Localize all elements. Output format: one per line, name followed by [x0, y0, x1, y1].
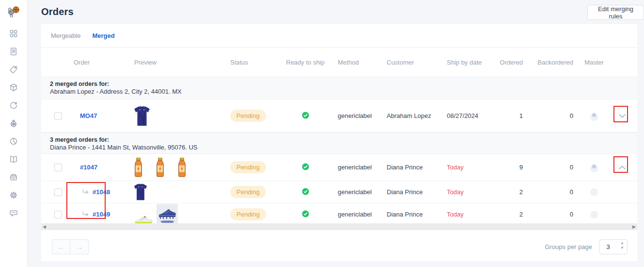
- col-ordered: Ordered: [487, 59, 526, 66]
- product-image-cleat-blue: [157, 204, 178, 225]
- backordered-cell: 0: [526, 164, 577, 171]
- col-method: Method: [332, 59, 376, 66]
- group-count-label: 2 merged orders for:: [50, 80, 628, 88]
- order-row-1049[interactable]: #1049 Pending genericlabel Diana Princ: [41, 203, 637, 226]
- stepper-down-icon[interactable]: ▼: [620, 246, 624, 250]
- previous-page-button[interactable]: ←: [52, 239, 70, 254]
- next-page-button[interactable]: →: [70, 239, 89, 254]
- ship-by-cell: Today: [431, 211, 487, 218]
- backordered-cell: 0: [526, 188, 577, 196]
- ordered-cell: 9: [487, 164, 526, 171]
- ready-to-ship-icon: [302, 163, 309, 170]
- table-footer: ← → Groups per page ▲ ▼: [41, 230, 637, 261]
- pager: ← →: [52, 239, 89, 254]
- app-logo[interactable]: [6, 6, 21, 18]
- col-ready: Ready to ship: [279, 59, 332, 66]
- preview-cell: [119, 105, 211, 127]
- ordered-cell: 1: [487, 112, 526, 119]
- order-row-1048[interactable]: #1048 Pending genericlabel Diana Prince …: [41, 181, 637, 203]
- master-radio[interactable]: [590, 113, 598, 121]
- row-checkbox[interactable]: [54, 164, 62, 171]
- ship-by-cell: Today: [431, 164, 487, 171]
- collapse-group-button[interactable]: [617, 164, 628, 171]
- master-radio[interactable]: [590, 165, 598, 172]
- dashboard-grid-icon[interactable]: [9, 29, 18, 38]
- stepper-up-icon[interactable]: ▲: [620, 241, 624, 245]
- ordered-cell: 2: [487, 188, 526, 196]
- kits-whistle-icon[interactable]: [9, 119, 18, 128]
- product-image-jersey: [133, 105, 151, 127]
- horizontal-scrollbar[interactable]: ◀ ▶: [41, 223, 637, 230]
- orders-card: Mergeable Merged Order Preview Status Re…: [41, 24, 637, 261]
- order-row-1047[interactable]: #1047 Pending g: [41, 154, 637, 181]
- expand-group-button[interactable]: [617, 112, 628, 120]
- child-order-arrow-icon: [82, 189, 90, 195]
- preview-cell: [119, 204, 211, 225]
- scroll-left-arrow-icon[interactable]: ◀: [43, 225, 46, 229]
- inventory-box-icon[interactable]: [9, 83, 18, 92]
- tab-bar: Mergeable Merged: [41, 24, 637, 48]
- groups-per-page-box: ▲ ▼: [599, 239, 628, 254]
- col-master: Master: [577, 59, 612, 66]
- method-cell: genericlabel: [332, 112, 376, 119]
- products-tag-icon[interactable]: [9, 65, 18, 74]
- status-badge: Pending: [230, 161, 266, 173]
- customer-cell: Diana Prince: [376, 188, 431, 196]
- support-chat-icon[interactable]: [9, 209, 18, 217]
- preview-cell: [119, 158, 211, 177]
- group-count-label: 3 merged orders for:: [50, 136, 628, 144]
- master-radio[interactable]: [590, 211, 598, 218]
- product-image-bottle: [155, 158, 165, 177]
- customer-cell: Abraham Lopez: [376, 112, 431, 119]
- ready-to-ship-icon: [302, 210, 309, 217]
- status-badge: Pending: [230, 186, 266, 198]
- ordered-cell: 2: [487, 211, 526, 218]
- product-image-bottle: [177, 158, 187, 177]
- groups-per-page-label: Groups per page: [545, 243, 592, 250]
- analytics-pie-icon[interactable]: [9, 137, 18, 146]
- backordered-cell: 0: [526, 211, 577, 218]
- child-order-arrow-icon: [82, 211, 90, 217]
- col-ship-by: Ship by date: [431, 59, 487, 66]
- groups-per-page-input[interactable]: [600, 240, 616, 254]
- status-badge: Pending: [230, 208, 266, 220]
- page-title: Orders: [41, 6, 74, 17]
- ready-to-ship-icon: [302, 188, 309, 195]
- order-link[interactable]: #1047: [80, 164, 97, 171]
- method-cell: genericlabel: [332, 211, 376, 218]
- method-cell: genericlabel: [332, 188, 376, 196]
- scroll-right-arrow-icon[interactable]: ▶: [632, 225, 636, 229]
- order-link[interactable]: #1048: [93, 188, 110, 196]
- orders-document-icon[interactable]: [9, 47, 18, 56]
- row-checkbox[interactable]: [54, 188, 62, 196]
- col-status: Status: [211, 59, 279, 66]
- table-header-row: Order Preview Status Ready to ship Metho…: [41, 48, 637, 77]
- settings-gear-icon[interactable]: [9, 191, 18, 200]
- customer-cell: Diana Prince: [376, 211, 431, 218]
- product-image-jersey: [133, 183, 148, 201]
- chevron-down-icon: [619, 114, 626, 118]
- col-order: Order: [65, 59, 119, 66]
- preview-cell: [119, 183, 211, 201]
- tab-mergeable[interactable]: Mergeable: [51, 32, 80, 39]
- group-address: Diana Prince - 1441 Main St, Watsonville…: [50, 144, 628, 151]
- master-radio[interactable]: [590, 188, 598, 196]
- col-customer: Customer: [376, 59, 431, 66]
- catalog-book-icon[interactable]: [9, 155, 18, 164]
- row-checkbox[interactable]: [54, 211, 62, 218]
- method-cell: genericlabel: [332, 164, 376, 171]
- order-link[interactable]: MO47: [80, 112, 97, 119]
- order-link[interactable]: #1049: [93, 211, 110, 218]
- group-address: Abraham Lopez - Address 2, City 2, 44001…: [50, 88, 628, 96]
- sidebar: [0, 0, 28, 267]
- chevron-up-icon: [619, 166, 626, 169]
- merge-group-header: 3 merged orders for: Diana Prince - 1441…: [41, 133, 637, 154]
- edit-merging-rules-button[interactable]: Edit merging rules: [587, 5, 644, 20]
- status-badge: Pending: [230, 110, 266, 122]
- order-row-mo47[interactable]: MO47 Pending genericlabel Abraham Lopez …: [41, 100, 637, 133]
- register-drawer-icon[interactable]: [9, 173, 18, 182]
- returns-refresh-icon[interactable]: [9, 101, 18, 110]
- tab-merged[interactable]: Merged: [92, 32, 114, 39]
- col-preview: Preview: [119, 59, 211, 66]
- row-checkbox[interactable]: [54, 112, 62, 120]
